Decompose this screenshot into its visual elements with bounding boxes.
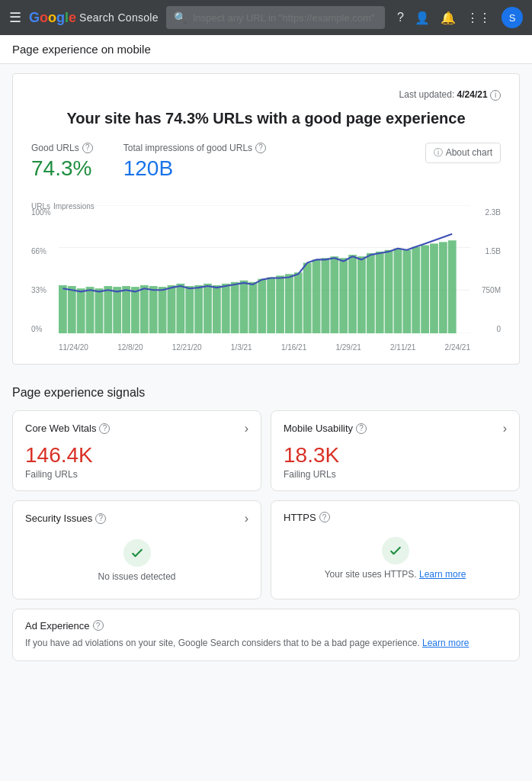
y-axis-left: 100% 66% 33% 0% <box>31 208 56 333</box>
hero-section: Last updated: 4/24/21 i Your site has 74… <box>12 73 520 365</box>
stats-row: Good URLs ? 74.3% Total impressions of g… <box>31 143 266 181</box>
svg-rect-16 <box>168 285 176 333</box>
mobile-usability-header: Mobile Usability ? › <box>284 422 507 435</box>
https-ok: Your site uses HTTPS. Learn more <box>284 531 507 586</box>
mobile-usability-chevron-icon[interactable]: › <box>503 422 507 435</box>
svg-rect-24 <box>240 280 248 333</box>
security-issues-header: Security Issues ? › <box>25 512 248 525</box>
svg-rect-14 <box>149 286 158 333</box>
security-issues-card: Security Issues ? › No issues detected <box>12 500 261 599</box>
svg-rect-22 <box>222 283 230 333</box>
core-web-vitals-chevron-icon[interactable]: › <box>245 422 248 435</box>
svg-rect-6 <box>77 288 85 333</box>
svg-rect-28 <box>276 275 284 333</box>
https-help-icon[interactable]: ? <box>319 512 330 522</box>
https-card: HTTPS ? Your site uses HTTPS. Learn more <box>271 500 520 599</box>
mobile-usability-card: Mobile Usability ? › 18.3K Failing URLs <box>271 410 520 491</box>
nav-icons: ? 👤 🔔 ⋮⋮ S <box>397 7 523 28</box>
hamburger-menu-icon[interactable]: ☰ <box>9 9 21 26</box>
ad-experience-body: If you have ad violations on your site, … <box>25 636 507 650</box>
accounts-icon[interactable]: 👤 <box>415 11 430 25</box>
core-web-vitals-help-icon[interactable]: ? <box>99 423 110 434</box>
svg-rect-18 <box>185 286 194 333</box>
security-issues-title: Security Issues ? <box>25 513 106 524</box>
chart-svg-area <box>59 205 470 333</box>
core-web-vitals-header: Core Web Vitals ? › <box>25 422 248 435</box>
logo: Google Search Console <box>29 10 159 26</box>
ad-experience-card: Ad Experience ? If you have ad violation… <box>12 609 520 661</box>
svg-rect-34 <box>330 256 338 333</box>
svg-rect-10 <box>113 287 121 333</box>
x-axis-labels: 11/24/20 12/8/20 12/21/20 1/3/21 1/16/21… <box>59 343 470 352</box>
top-navigation: ☰ Google Search Console 🔍 ? 👤 🔔 ⋮⋮ S <box>0 0 532 35</box>
svg-rect-47 <box>448 240 457 333</box>
svg-rect-45 <box>430 243 438 333</box>
ad-experience-title: Ad Experience ? <box>25 620 507 632</box>
svg-rect-19 <box>194 285 203 333</box>
svg-rect-5 <box>68 286 76 333</box>
impressions-help-icon[interactable]: ? <box>255 143 266 153</box>
user-avatar[interactable]: S <box>502 7 523 28</box>
svg-rect-37 <box>357 256 366 333</box>
security-issues-help-icon[interactable]: ? <box>95 513 106 524</box>
notifications-icon[interactable]: 🔔 <box>441 11 456 25</box>
url-search-bar[interactable]: 🔍 <box>166 6 385 29</box>
https-ok-label: Your site uses HTTPS. Learn more <box>325 569 466 580</box>
svg-rect-33 <box>322 258 330 333</box>
svg-rect-43 <box>412 246 420 333</box>
good-urls-help-icon[interactable]: ? <box>82 143 93 153</box>
mobile-usability-help-icon[interactable]: ? <box>356 423 367 434</box>
security-check-circle <box>123 539 151 567</box>
app-title: Search Console <box>79 11 159 24</box>
svg-rect-32 <box>312 259 321 333</box>
svg-rect-36 <box>348 255 357 333</box>
impressions-value: 120B <box>123 156 266 181</box>
good-urls-value: 74.3% <box>31 156 93 181</box>
impressions-stat: Total impressions of good URLs ? 120B <box>123 143 266 181</box>
svg-rect-44 <box>421 245 429 333</box>
svg-rect-13 <box>140 285 149 333</box>
svg-rect-15 <box>159 287 167 333</box>
svg-rect-27 <box>267 277 275 333</box>
security-issues-ok-label: No issues detected <box>98 571 175 582</box>
svg-rect-23 <box>231 281 239 333</box>
svg-rect-42 <box>402 249 411 333</box>
apps-icon[interactable]: ⋮⋮ <box>466 11 491 25</box>
last-updated-help-icon[interactable]: i <box>490 90 501 101</box>
svg-rect-12 <box>131 287 139 333</box>
svg-rect-7 <box>86 287 95 333</box>
https-header: HTTPS ? <box>284 512 507 523</box>
mobile-usability-failing-label: Failing URLs <box>284 469 507 480</box>
https-learn-more-link[interactable]: Learn more <box>419 569 466 580</box>
svg-rect-30 <box>294 272 303 333</box>
security-issues-chevron-icon[interactable]: › <box>245 512 248 525</box>
about-chart-button[interactable]: ⓘ About chart <box>425 143 501 163</box>
y-axis-right: 2.3B 1.5B 750M 0 <box>472 208 501 333</box>
hero-title: Your site has 74.3% URLs with a good pag… <box>31 110 501 127</box>
info-icon: ⓘ <box>434 146 443 159</box>
core-web-vitals-title: Core Web Vitals ? <box>25 423 110 434</box>
page-header: Page experience on mobile <box>0 35 532 64</box>
svg-rect-21 <box>213 285 221 333</box>
signals-section: Page experience signals Core Web Vitals … <box>0 374 532 673</box>
https-title: HTTPS ? <box>284 512 330 523</box>
checkmark-icon <box>130 545 145 561</box>
svg-rect-41 <box>394 248 402 333</box>
svg-rect-39 <box>376 251 384 333</box>
page-title: Page experience on mobile <box>12 43 151 56</box>
svg-rect-11 <box>122 286 130 333</box>
url-search-input[interactable] <box>193 12 377 24</box>
svg-rect-40 <box>385 249 393 333</box>
search-icon: 🔍 <box>174 11 187 24</box>
ad-experience-learn-more-link[interactable]: Learn more <box>422 638 469 648</box>
chart-svg <box>59 205 470 333</box>
signals-grid: Core Web Vitals ? › 146.4K Failing URLs … <box>12 410 520 599</box>
main-content: Last updated: 4/24/21 i Your site has 74… <box>0 73 532 673</box>
svg-rect-25 <box>248 281 257 333</box>
mobile-usability-failing-value: 18.3K <box>284 443 507 468</box>
core-web-vitals-card: Core Web Vitals ? › 146.4K Failing URLs <box>12 410 261 491</box>
svg-rect-20 <box>204 283 212 333</box>
ad-experience-help-icon[interactable]: ? <box>93 620 104 631</box>
help-icon[interactable]: ? <box>397 11 404 24</box>
signals-section-title: Page experience signals <box>12 386 520 400</box>
